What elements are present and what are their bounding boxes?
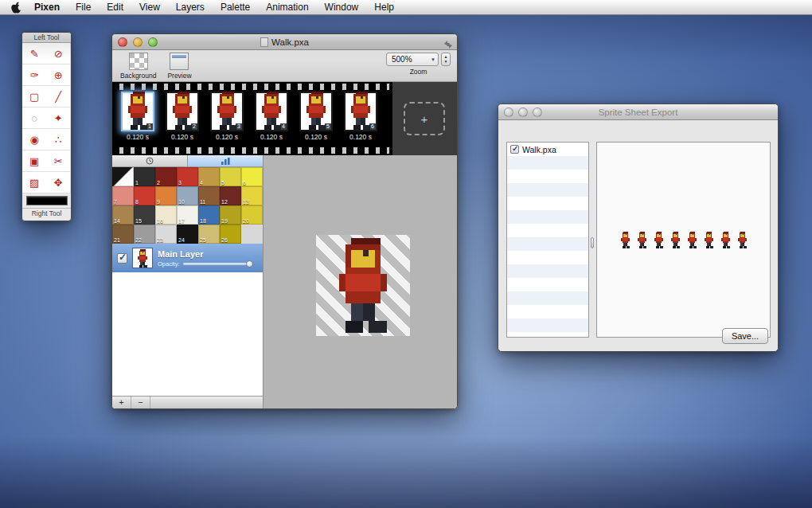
close-button[interactable] (504, 107, 513, 117)
zoom-stepper[interactable]: ▲ ▼ (441, 53, 451, 66)
layer-visibility-checkbox[interactable] (117, 253, 127, 264)
menu-item[interactable]: View (131, 0, 168, 14)
stepper-down-icon: ▼ (444, 60, 448, 64)
palette-swatch[interactable]: 18 (198, 205, 220, 225)
menu-item[interactable]: Edit (99, 0, 131, 14)
palette-swatch[interactable]: 3 (177, 167, 198, 186)
layers-list: Main Layer Opacity: (112, 244, 263, 396)
toolbar-toggle-icon[interactable] (444, 37, 452, 52)
left-color-well[interactable] (26, 196, 68, 205)
frame-duration: 0.120 s (127, 133, 149, 141)
stamp-tool[interactable]: ▣ (22, 150, 47, 172)
palette-swatch[interactable]: 6 (241, 167, 263, 186)
palette-swatch[interactable]: 8 (134, 186, 155, 205)
animation-frame[interactable]: 5 0.120 s (294, 92, 338, 146)
zoom-tool[interactable]: ⊕ (47, 64, 72, 86)
zoom-dropdown[interactable]: 500% ▼ (386, 53, 439, 66)
airbrush-tool[interactable]: ∴ (47, 129, 72, 150)
color-well-row (22, 193, 71, 208)
palette-swatch[interactable]: 15 (134, 205, 155, 225)
animation-frame[interactable]: 4 0.120 s (249, 92, 294, 146)
palette-swatch[interactable]: 1 (134, 167, 155, 186)
magic-wand-tool[interactable]: ✦ (47, 107, 72, 129)
layer-thumbnail (132, 248, 153, 268)
minimize-button[interactable] (518, 107, 528, 117)
frame-number-badge: 6 (369, 123, 376, 130)
palette-swatch[interactable]: 25 (198, 225, 220, 244)
minimize-button[interactable] (133, 37, 142, 47)
tab-history[interactable] (112, 155, 188, 167)
main-titlebar[interactable]: Walk.pxa (112, 34, 457, 50)
save-button[interactable]: Save... (722, 328, 768, 344)
menu-item[interactable]: Palette (213, 0, 258, 14)
palette-swatch[interactable]: 26 (220, 225, 241, 244)
canvas-sprite-area[interactable] (316, 235, 410, 336)
pixel-canvas[interactable] (264, 155, 457, 408)
apple-menu-icon[interactable] (11, 2, 21, 14)
menu-item[interactable]: Pixen (26, 0, 68, 14)
menu-item[interactable]: Help (366, 0, 402, 14)
opacity-slider-knob[interactable] (246, 260, 253, 268)
animation-frame[interactable]: 1 0.120 s (115, 92, 160, 146)
palette-swatch[interactable]: 21 (112, 225, 134, 244)
palette-swatch[interactable]: 5 (220, 167, 241, 186)
palette-swatch[interactable]: 10 (177, 186, 198, 205)
palette-swatch[interactable]: 17 (177, 205, 198, 225)
zoom-window-button[interactable] (533, 107, 542, 117)
background-button[interactable]: Background (120, 53, 156, 80)
file-include-checkbox[interactable] (510, 145, 519, 154)
palette-swatch[interactable]: 20 (241, 205, 263, 225)
close-button[interactable] (118, 37, 127, 47)
palette-swatch[interactable]: 7 (112, 186, 134, 205)
add-frame-dropzone[interactable]: + (404, 102, 445, 135)
eraser-tool[interactable]: ⊘ (47, 43, 72, 64)
animation-frame[interactable]: 6 0.120 s (338, 92, 383, 146)
move-tool[interactable]: ✥ (47, 172, 72, 193)
palette-swatch[interactable]: 12 (220, 186, 241, 205)
export-file-row[interactable]: Walk.pxa (507, 143, 588, 156)
palette-swatch[interactable]: 11 (198, 186, 220, 205)
tab-palette[interactable] (188, 155, 263, 167)
palette-swatch[interactable]: 19 (220, 205, 241, 225)
sheet-sprite (720, 232, 731, 248)
animation-filmstrip: 1 0.120 s 2 0.120 s (112, 82, 392, 155)
palette-swatch[interactable]: 14 (112, 205, 134, 225)
animation-frame[interactable]: 2 0.120 s (160, 92, 205, 146)
brush-tool[interactable]: ✑ (22, 64, 47, 86)
layer-row-main[interactable]: Main Layer Opacity: (112, 244, 263, 272)
animation-frame[interactable]: 3 0.120 s (205, 92, 249, 146)
menu-item[interactable]: File (68, 0, 99, 14)
pencil-tool[interactable]: ✎ (22, 43, 47, 64)
add-layer-button[interactable]: + (112, 397, 131, 408)
opacity-slider[interactable] (183, 263, 252, 265)
palette-swatch[interactable]: 23 (155, 225, 177, 244)
splitter-handle[interactable] (591, 237, 594, 248)
menu-item[interactable]: Window (317, 0, 367, 14)
line-tool[interactable]: ╱ (47, 86, 72, 107)
palette-swatch[interactable]: 24 (177, 225, 198, 244)
export-file-list[interactable]: Walk.pxa (506, 142, 589, 338)
frames-strip: 1 0.120 s 2 0.120 s (112, 92, 392, 146)
zoom-area: 500% ▼ ▲ ▼ Zoom (386, 53, 451, 76)
palette-swatch[interactable] (112, 167, 134, 186)
filmstrip-extra: + (392, 82, 457, 155)
palette-swatch[interactable]: 22 (134, 225, 155, 244)
lasso-tool[interactable]: ◌ (22, 107, 47, 129)
select-tool[interactable]: ▢ (22, 86, 47, 107)
palette-swatch[interactable]: 9 (155, 186, 177, 205)
remove-layer-button[interactable]: − (131, 397, 150, 408)
palette-swatch[interactable]: 13 (241, 186, 263, 205)
export-titlebar[interactable]: Sprite Sheet Export (498, 104, 778, 120)
fill-tool[interactable]: ◉ (22, 129, 47, 150)
preview-button[interactable]: Preview (167, 53, 191, 80)
color-palette-grid: 1 2 3 4 (112, 167, 263, 244)
document-icon (260, 37, 268, 47)
menu-item[interactable]: Animation (258, 0, 316, 14)
crop-tool[interactable]: ✂ (47, 150, 72, 172)
palette-swatch[interactable]: 2 (155, 167, 177, 186)
zoom-window-button[interactable] (148, 37, 158, 47)
palette-swatch[interactable]: 16 (155, 205, 177, 225)
menu-item[interactable]: Layers (168, 0, 213, 14)
gradient-tool[interactable]: ▨ (22, 172, 47, 193)
palette-swatch[interactable]: 4 (198, 167, 220, 186)
